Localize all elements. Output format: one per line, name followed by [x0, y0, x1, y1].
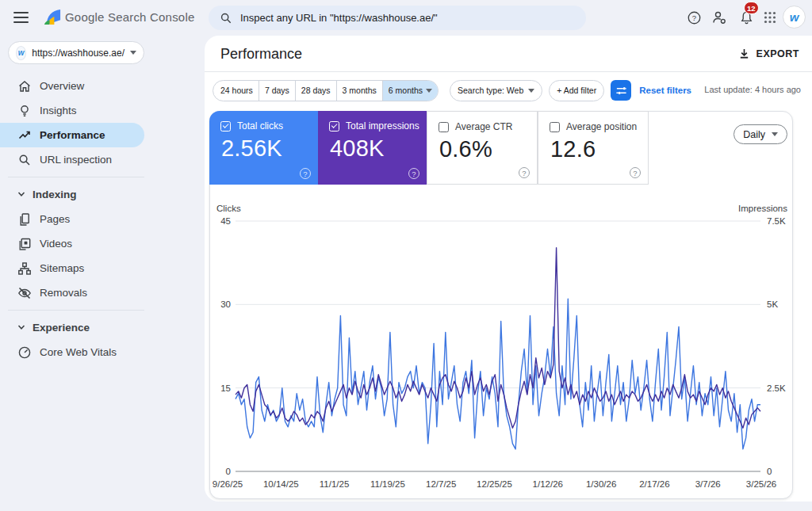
product-name: Google Search Console [65, 10, 194, 24]
search-input[interactable]: Inspect any URL in "https://washhouse.ae… [240, 12, 438, 24]
interval-dropdown[interactable]: Daily [733, 124, 787, 144]
sidebar-item-performance[interactable]: Performance [0, 123, 144, 147]
checkbox-unchecked[interactable] [439, 122, 449, 132]
chevron-down-icon [17, 189, 25, 200]
chevron-down-icon [130, 51, 136, 55]
range-chip-7-days[interactable]: 7 days [259, 81, 295, 101]
sidebar-item-core-web-vitals[interactable]: Core Web Vitals [0, 340, 144, 364]
sidebar-nav: OverviewInsightsPerformanceURL inspectio… [0, 74, 198, 364]
divider [205, 71, 812, 72]
notification-count-badge: 12 [744, 2, 759, 14]
search-console-logo [42, 6, 62, 28]
chevron-down-icon [426, 89, 432, 93]
performance-line-chart[interactable]: 457.5K305K152.5K00ClicksImpressions9/26/… [210, 197, 792, 498]
svg-text:1/12/26: 1/12/26 [533, 479, 563, 489]
last-update-label: Last update: 4 hours ago [704, 85, 801, 94]
svg-text:2/17/26: 2/17/26 [639, 479, 669, 489]
search-type-chip[interactable]: Search type: Web [450, 80, 542, 101]
performance-chart-card: Total clicks2.56K?Total impressions408K?… [209, 111, 793, 499]
svg-text:45: 45 [220, 216, 231, 226]
property-favicon: w [16, 46, 26, 60]
help-icon[interactable]: ? [684, 7, 704, 28]
pages-icon [17, 212, 32, 227]
svg-text:0: 0 [226, 467, 231, 476]
sidebar-item-insights[interactable]: Insights [0, 98, 144, 123]
svg-text:7.5K: 7.5K [767, 216, 786, 226]
property-url: https://washhouse.ae/ [32, 48, 124, 59]
metric-card-average-ctr[interactable]: Average CTR0.6%? [427, 111, 538, 185]
sidebar-item-removals[interactable]: Removals [0, 280, 144, 305]
checkbox-unchecked[interactable] [550, 122, 560, 132]
svg-text:9/26/25: 9/26/25 [213, 479, 243, 489]
sidebar-item-overview[interactable]: Overview [0, 74, 144, 98]
svg-text:0: 0 [767, 467, 772, 476]
help-icon[interactable]: ? [519, 167, 530, 178]
search-icon [17, 153, 32, 167]
svg-text:11/19/25: 11/19/25 [370, 479, 405, 489]
checkbox-checked[interactable] [329, 121, 339, 132]
performance-icon [17, 128, 32, 143]
metric-label: Average position [566, 121, 637, 132]
range-chip-3-months[interactable]: 3 months [336, 81, 382, 101]
sidebar-item-sitemaps[interactable]: Sitemaps [0, 256, 144, 280]
svg-text:12/25/25: 12/25/25 [477, 479, 512, 489]
videos-icon [17, 237, 32, 251]
svg-text:30: 30 [220, 299, 231, 309]
metric-value: 12.6 [550, 136, 596, 162]
metric-card-total-clicks[interactable]: Total clicks2.56K? [209, 111, 318, 185]
sidebar-section-indexing[interactable]: Indexing [0, 182, 198, 207]
sidebar-item-url-inspection[interactable]: URL inspection [0, 147, 144, 172]
sitemaps-icon [17, 261, 32, 276]
metric-value: 0.6% [439, 136, 492, 162]
download-icon [738, 48, 750, 59]
svg-text:15: 15 [220, 383, 231, 393]
sidebar-item-videos[interactable]: Videos [0, 231, 144, 256]
metric-card-total-impressions[interactable]: Total impressions408K? [318, 111, 427, 185]
metric-label: Total impressions [346, 120, 419, 132]
svg-text:3/7/26: 3/7/26 [695, 479, 721, 489]
range-chip-24-hours[interactable]: 24 hours [213, 81, 259, 101]
home-icon [17, 79, 32, 93]
add-filter-chip[interactable]: + Add filter [549, 80, 604, 101]
search-icon [220, 12, 232, 25]
svg-text:Impressions: Impressions [738, 204, 787, 213]
top-app-bar: Google Search Console Inspect any URL in… [0, 0, 812, 36]
svg-text:5K: 5K [767, 299, 778, 309]
notifications-icon[interactable]: 12 [736, 7, 756, 28]
range-chip-28-days[interactable]: 28 days [295, 81, 336, 101]
svg-text:2.5K: 2.5K [767, 383, 786, 393]
svg-text:12/7/25: 12/7/25 [426, 479, 456, 489]
property-selector[interactable]: w https://washhouse.ae/ [8, 41, 144, 64]
sidebar-section-experience[interactable]: Experience [0, 315, 198, 340]
user-settings-icon[interactable] [709, 7, 730, 28]
apps-grid-icon[interactable] [760, 7, 780, 28]
svg-text:11/1/25: 11/1/25 [320, 479, 350, 489]
removals-icon [17, 286, 32, 300]
filter-toggle-button[interactable] [611, 80, 631, 101]
sidebar-item-pages[interactable]: Pages [0, 207, 144, 231]
page-title: Performance [220, 46, 302, 63]
metric-label: Average CTR [455, 121, 512, 132]
range-chip-6-months[interactable]: 6 months [382, 81, 438, 101]
main-panel: Performance EXPORT 24 hours7 days28 days… [205, 36, 812, 501]
sidebar-divider [8, 310, 144, 311]
svg-text:Clicks: Clicks [216, 204, 241, 213]
core-web-vitals-icon [17, 345, 32, 360]
export-button[interactable]: EXPORT [738, 48, 799, 59]
help-icon[interactable]: ? [408, 168, 419, 179]
tune-icon [615, 85, 627, 97]
checkbox-checked[interactable] [220, 121, 231, 132]
sidebar-divider [8, 177, 144, 177]
url-inspect-search[interactable]: Inspect any URL in "https://washhouse.ae… [209, 6, 586, 30]
metric-label: Total clicks [237, 120, 283, 132]
insights-icon [17, 104, 32, 118]
reset-filters-link[interactable]: Reset filters [639, 86, 691, 95]
avatar[interactable]: w [783, 6, 806, 29]
help-icon[interactable]: ? [300, 168, 311, 179]
menu-icon[interactable] [13, 11, 29, 24]
svg-text:3/25/26: 3/25/26 [746, 479, 776, 489]
svg-text:?: ? [691, 13, 695, 21]
metric-card-average-position[interactable]: Average position12.6? [538, 111, 649, 185]
date-range-segmented: 24 hours7 days28 days3 months6 months [213, 80, 439, 101]
help-icon[interactable]: ? [630, 167, 641, 178]
